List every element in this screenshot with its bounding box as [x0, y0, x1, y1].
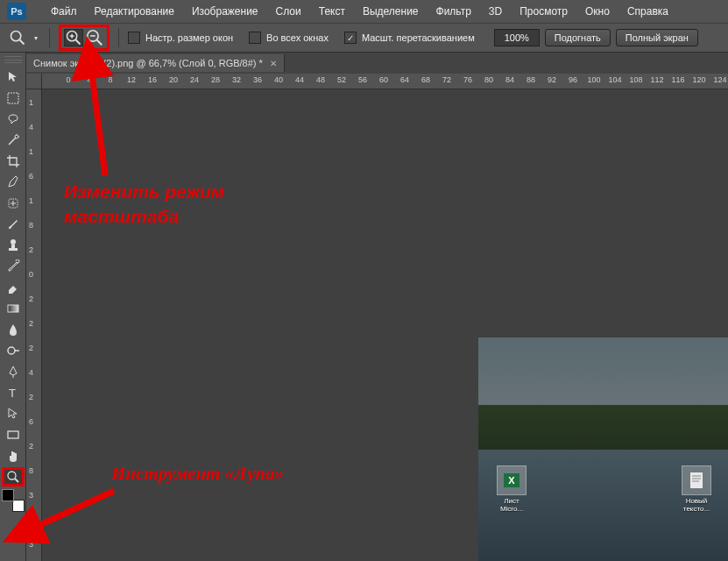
svg-text:X: X	[508, 475, 515, 486]
menu-text[interactable]: Текст	[310, 5, 354, 18]
svg-rect-27	[8, 431, 18, 438]
scrubby-zoom-label: Масшт. перетаскиванием	[362, 32, 475, 43]
svg-rect-22	[8, 305, 18, 312]
svg-marker-21	[9, 286, 17, 294]
dodge-tool[interactable]	[2, 341, 25, 360]
svg-rect-18	[9, 248, 18, 251]
tool-preset-dropdown[interactable]: ▾	[32, 34, 40, 42]
marquee-tool[interactable]	[2, 89, 25, 108]
history-brush-tool[interactable]	[2, 257, 25, 276]
full-screen-button[interactable]: Полный экран	[616, 29, 698, 46]
annotation-zoom-mode: Изменить режим мастштаба	[64, 180, 224, 229]
scrubby-zoom-checkbox[interactable]: ✓	[344, 32, 357, 44]
app-logo: Ps	[7, 3, 26, 20]
close-tab-icon[interactable]: ✕	[270, 59, 277, 68]
svg-line-29	[15, 479, 18, 482]
menu-image[interactable]: Изображение	[183, 5, 267, 18]
menu-help[interactable]: Справка	[618, 5, 677, 18]
move-tool[interactable]	[2, 67, 25, 87]
fit-screen-button[interactable]: Подогнать	[545, 29, 611, 46]
annotation-zoom-tool: Инструмент «Лупа»	[111, 463, 284, 485]
resize-windows-label: Настр. размер окон	[145, 32, 233, 43]
zoom-mode-group-highlight	[59, 25, 110, 51]
hand-tool[interactable]	[2, 446, 25, 465]
desktop-excel-icon: X Лист Micro...	[494, 465, 529, 513]
pen-tool[interactable]	[2, 362, 25, 381]
zoom-percentage-button[interactable]: 100%	[494, 29, 540, 46]
healing-brush-tool[interactable]	[2, 194, 25, 213]
rectangle-tool[interactable]	[2, 425, 25, 444]
options-bar: ▾ Настр. размер окон Во всех окнах ✓ Мас…	[0, 23, 728, 53]
svg-marker-9	[9, 72, 17, 82]
document-tab-title: Снимок экрана (2).png @ 66,7% (Слой 0, R…	[33, 58, 263, 68]
all-windows-checkbox[interactable]	[249, 32, 261, 44]
svg-marker-26	[9, 408, 17, 418]
document-area: Снимок экрана (2).png @ 66,7% (Слой 0, R…	[26, 53, 728, 561]
document-tab[interactable]: Снимок экрана (2).png @ 66,7% (Слой 0, R…	[26, 54, 285, 72]
svg-rect-19	[11, 245, 15, 248]
svg-line-3	[76, 40, 81, 45]
svg-point-20	[11, 239, 16, 245]
menu-edit[interactable]: Редактирование	[86, 5, 183, 18]
menu-view[interactable]: Просмотр	[511, 5, 576, 18]
horizontal-ruler[interactable]: 0481216202428323640444852566064687276808…	[42, 74, 728, 89]
document-tab-bar: Снимок экрана (2).png @ 66,7% (Слой 0, R…	[26, 53, 728, 74]
svg-point-0	[11, 32, 21, 41]
menu-window[interactable]: Окно	[576, 5, 618, 18]
menu-select[interactable]: Выделение	[354, 5, 428, 18]
svg-point-12	[15, 135, 18, 138]
svg-text:T: T	[9, 387, 16, 400]
lasso-tool[interactable]	[2, 110, 25, 129]
svg-line-1	[20, 40, 25, 45]
canvas-area[interactable]: X Лист Micro... Новый тексто...	[42, 89, 728, 561]
eyedropper-tool[interactable]	[2, 173, 25, 192]
zoom-in-mode-button[interactable]	[64, 29, 83, 46]
divider	[49, 28, 50, 47]
gradient-tool[interactable]	[2, 299, 25, 318]
svg-point-23	[8, 347, 15, 354]
desktop-text-icon: Новый тексто...	[679, 465, 714, 513]
path-selection-tool[interactable]	[2, 404, 25, 423]
brush-tool[interactable]	[2, 215, 25, 234]
svg-line-11	[9, 138, 16, 145]
toolbox-grip[interactable]	[4, 56, 22, 63]
menu-layers[interactable]: Слои	[267, 5, 310, 18]
svg-rect-32	[690, 472, 703, 488]
svg-line-7	[97, 40, 102, 46]
vertical-ruler[interactable]: 14161820222426283032	[26, 89, 42, 561]
resize-windows-checkbox[interactable]	[128, 32, 140, 44]
zoom-out-mode-button[interactable]	[85, 29, 104, 46]
crop-tool[interactable]	[2, 152, 25, 171]
menu-bar: Ps Файл Редактирование Изображение Слои …	[0, 0, 728, 23]
magic-wand-tool[interactable]	[2, 131, 25, 150]
eraser-tool[interactable]	[2, 278, 25, 297]
divider	[118, 28, 119, 47]
all-windows-label: Во всех окнах	[266, 32, 329, 43]
ruler-corner	[26, 74, 42, 89]
stamp-tool[interactable]	[2, 236, 25, 255]
svg-rect-10	[8, 93, 18, 103]
svg-point-28	[8, 472, 16, 479]
menu-filter[interactable]: Фильтр	[428, 5, 480, 18]
menu-3d[interactable]: 3D	[480, 5, 511, 18]
type-tool[interactable]: T	[2, 383, 25, 402]
color-swatches[interactable]	[2, 489, 25, 512]
toolbox: T	[0, 53, 26, 561]
zoom-tool[interactable]	[2, 467, 25, 486]
zoom-tool-preset[interactable]	[9, 29, 26, 46]
blur-tool[interactable]	[2, 320, 25, 339]
canvas-image-content: X Лист Micro... Новый тексто...	[478, 337, 728, 561]
menu-file[interactable]: Файл	[42, 5, 86, 18]
